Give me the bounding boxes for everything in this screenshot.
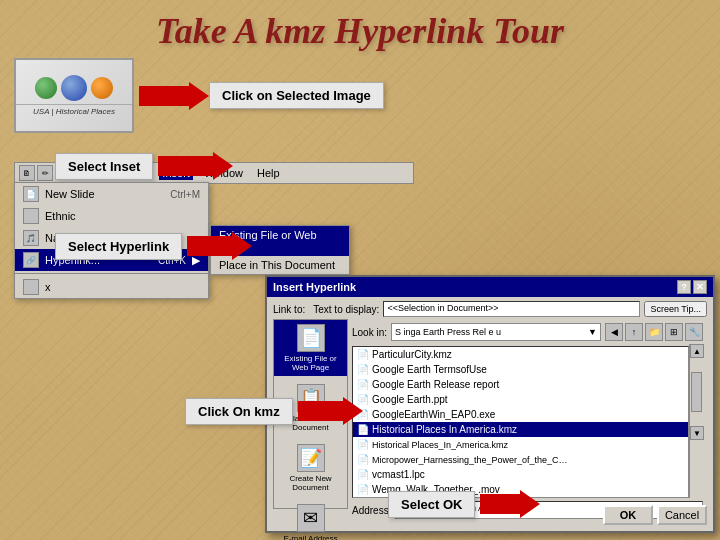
context-menu-item-x[interactable]: x xyxy=(15,276,208,298)
address-label: Address: xyxy=(352,505,391,516)
file-icon-2: 📄 xyxy=(357,379,369,390)
text-display-input[interactable]: <<Selection in Document>> xyxy=(383,301,640,317)
step1-callout: Click on Selected Image xyxy=(209,82,384,109)
ethnic-icon xyxy=(23,208,39,224)
cancel-button[interactable]: Cancel xyxy=(657,505,707,525)
file-icon-9: 📄 xyxy=(357,484,369,495)
look-in-row: Look in: S inga Earth Press Rel e u ▼ ◀ … xyxy=(352,323,703,341)
file-icon-1: 📄 xyxy=(357,364,369,375)
context-menu-item-ethnic[interactable]: Ethnic xyxy=(15,205,208,227)
file-icon-7: 📄 xyxy=(357,454,369,465)
dialog-main-area: Look in: S inga Earth Press Rel e u ▼ ◀ … xyxy=(348,319,707,509)
toolbar-new-btn[interactable]: 📁 xyxy=(645,323,663,341)
scroll-up-btn[interactable]: ▲ xyxy=(690,344,704,358)
sounds-icon: 🎵 xyxy=(23,230,39,246)
existing-file-icon: 📄 xyxy=(297,324,325,352)
look-in-label: Look in: xyxy=(352,327,387,338)
file-icon-8: 📄 xyxy=(357,469,369,480)
step3-callout: Select Hyperlink xyxy=(55,233,182,260)
menu-icon-2[interactable]: ✏ xyxy=(37,165,53,181)
create-new-icon: 📝 xyxy=(297,444,325,472)
toolbar-up-btn[interactable]: ↑ xyxy=(625,323,643,341)
file-list: 📄 ParticulurCity.kmz 📄 Google Earth Term… xyxy=(352,346,689,498)
chevron-down-icon: ▼ xyxy=(588,327,597,337)
file-item-3[interactable]: 📄 Google Earth.ppt xyxy=(353,392,688,407)
step1-area: USA | Historical Places Click on Selecte… xyxy=(14,58,384,133)
scroll-thumb[interactable] xyxy=(691,372,702,412)
ok-button[interactable]: OK xyxy=(603,505,653,525)
menu-icon-1[interactable]: 🗎 xyxy=(19,165,35,181)
step2-callout: Select Inset xyxy=(55,153,153,180)
sidebar-existing-file[interactable]: 📄 Existing File or Web Page xyxy=(274,320,347,376)
file-item-2[interactable]: 📄 Google Earth Release report xyxy=(353,377,688,392)
screen-tip-btn[interactable]: Screen Tip... xyxy=(644,301,707,317)
menu-help[interactable]: Help xyxy=(254,166,283,180)
text-to-display-label: Text to display: xyxy=(313,304,379,315)
file-item-4[interactable]: 📄 GoogleEarthWin_EAP0.exe xyxy=(353,407,688,422)
step5-callout: Select OK xyxy=(388,491,475,518)
step4-callout: Click On kmz xyxy=(185,398,293,425)
file-item-0[interactable]: 📄 ParticulurCity.kmz xyxy=(353,347,688,362)
sidebar-create-new[interactable]: 📝 Create New Document xyxy=(274,440,347,496)
sidebar-email[interactable]: ✉ E-mail Address xyxy=(274,500,347,540)
newslide-icon: 📄 xyxy=(23,186,39,202)
link-to-label: Link to: xyxy=(273,304,305,315)
toolbar-tools-btn[interactable]: 🔧 xyxy=(685,323,703,341)
file-list-scrollbar[interactable]: ▲ ▼ xyxy=(689,344,703,498)
step4-area: Click On kmz xyxy=(185,397,363,425)
x-icon xyxy=(23,279,39,295)
scroll-down-btn[interactable]: ▼ xyxy=(690,426,704,440)
step2-arrow-area: Select Inset xyxy=(55,152,233,180)
hyperlink-icon: 🔗 xyxy=(23,252,39,268)
step5-area: Select OK xyxy=(388,490,540,518)
toolbar-view-btn[interactable]: ⊞ xyxy=(665,323,683,341)
dialog-close-btn[interactable]: ✕ xyxy=(693,280,707,294)
step3-area: Select Hyperlink xyxy=(55,232,252,260)
toolbar-back-btn[interactable]: ◀ xyxy=(605,323,623,341)
file-item-5[interactable]: 📄 Historical Places In America.kmz xyxy=(353,422,688,437)
file-item-7[interactable]: 📄 Micropower_Harnessing_the_Power_of_the… xyxy=(353,452,688,467)
file-item-8[interactable]: 📄 vcmast1.lpc xyxy=(353,467,688,482)
dialog-titlebar: Insert Hyperlink ? ✕ xyxy=(267,277,713,297)
look-in-dropdown[interactable]: S inga Earth Press Rel e u ▼ xyxy=(391,323,601,341)
file-item-1[interactable]: 📄 Google Earth TermsofUse xyxy=(353,362,688,377)
file-icon-6: 📄 xyxy=(357,439,369,450)
file-icon-5: 📄 xyxy=(357,424,369,435)
dialog-help-btn[interactable]: ? xyxy=(677,280,691,294)
usa-image-box[interactable]: USA | Historical Places xyxy=(14,58,134,133)
page-title: Take A kmz Hyperlink Tour xyxy=(0,0,720,52)
usa-label: USA | Historical Places xyxy=(16,104,132,116)
file-item-6[interactable]: 📄 Historical Places_In_America.kmz xyxy=(353,437,688,452)
file-icon-0: 📄 xyxy=(357,349,369,360)
context-menu-item-newslide[interactable]: 📄 New Slide Ctrl+M xyxy=(15,183,208,205)
dialog-ok-cancel: OK Cancel xyxy=(603,505,707,525)
email-icon: ✉ xyxy=(297,504,325,532)
